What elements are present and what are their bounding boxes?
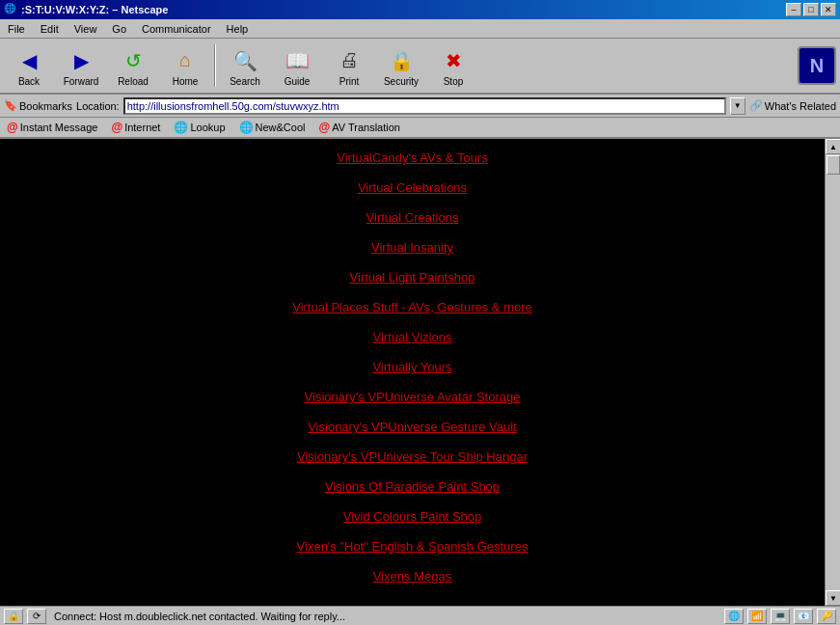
list-item[interactable]: Virtual Places Stuff - AVs, Gestures & m… (0, 292, 825, 322)
whats-related-label: What's Related (765, 100, 836, 112)
list-item[interactable]: Virtual Insanity (0, 232, 825, 262)
list-item[interactable]: VirtualCandy's AVs & Tours (0, 143, 825, 173)
print-icon: 🖨 (334, 45, 365, 76)
status-icon-1[interactable]: 🌐 (724, 609, 744, 624)
status-loading-icon: ⟳ (27, 609, 46, 624)
list-item[interactable]: Visionary's VPUniverse Tour Ship Hangar (0, 442, 825, 472)
personal-item-av-translation[interactable]: @ AV Translation (316, 120, 403, 135)
menu-help[interactable]: Help (223, 22, 253, 36)
location-dropdown-button[interactable]: ▼ (730, 97, 745, 115)
list-item[interactable]: Virtually Yours (0, 352, 825, 382)
menu-edit[interactable]: Edit (37, 22, 63, 36)
guide-button[interactable]: 📖 Guide (272, 41, 322, 91)
whats-related-icon: 🔗 (749, 99, 763, 112)
netscape-logo-icon: N (810, 55, 824, 77)
list-item[interactable]: Virtual Celebrations (0, 173, 825, 203)
status-text: Connect: Host m.doubleclick.net contacte… (50, 611, 720, 622)
personal-label-av-translation: AV Translation (332, 122, 400, 133)
whats-related-button[interactable]: 🔗 What's Related (749, 99, 836, 112)
security-icon: 🔒 (386, 45, 417, 76)
personal-item-instant-message[interactable]: @ Instant Message (4, 120, 100, 135)
home-label: Home (173, 76, 199, 87)
menu-bar: File Edit View Go Communicator Help (0, 19, 840, 39)
scrollbar: ▲ ▼ (825, 139, 840, 606)
guide-label: Guide (285, 76, 311, 87)
personal-label-lookup: Lookup (190, 122, 225, 133)
toolbar: ◀ Back ▶ Forward ↺ Reload ⌂ Home 🔍 Searc… (0, 39, 840, 95)
list-item[interactable]: Vixen's "Hot" English & Spanish Gestures (0, 531, 825, 561)
search-label: Search (230, 76, 260, 87)
status-lock-icon[interactable]: 🔒 (4, 609, 23, 624)
home-button[interactable]: ⌂ Home (160, 41, 210, 91)
search-icon: 🔍 (230, 45, 260, 76)
status-icon-3[interactable]: 💻 (771, 609, 790, 624)
reload-label: Reload (118, 76, 149, 87)
bookmarks-button[interactable]: 🔖 Bookmarks (4, 99, 72, 112)
personal-item-lookup[interactable]: 🌐 Lookup (171, 120, 228, 135)
status-icon-5[interactable]: 🔑 (817, 609, 836, 624)
list-item[interactable]: Visions Of Paradise Paint Shop (0, 472, 825, 502)
security-label: Security (384, 76, 419, 87)
security-button[interactable]: 🔒 Security (376, 41, 426, 91)
globe-icon-lookup: 🌐 (174, 121, 188, 134)
menu-file[interactable]: File (4, 22, 29, 36)
title-bar: 🌐 :S:T:U:V:W:X:Y:Z: – Netscape – □ ✕ (0, 0, 840, 19)
menu-communicator[interactable]: Communicator (138, 22, 215, 36)
search-button[interactable]: 🔍 Search (220, 41, 270, 91)
menu-go[interactable]: Go (108, 22, 130, 36)
stop-icon: ✖ (438, 45, 469, 76)
globe-icon-new-cool: 🌐 (239, 121, 254, 134)
close-button[interactable]: ✕ (821, 3, 836, 16)
title-bar-left: 🌐 :S:T:U:V:W:X:Y:Z: – Netscape (4, 3, 168, 16)
bookmarks-icon: 🔖 (4, 99, 17, 112)
bookmarks-label: Bookmarks (19, 100, 72, 112)
personal-toolbar: @ Instant Message @ Internet 🌐 Lookup 🌐 … (0, 118, 840, 139)
personal-label-new-cool: New&Cool (256, 122, 306, 133)
app-icon: 🌐 (4, 3, 17, 16)
scroll-thumb[interactable] (826, 155, 840, 175)
personal-label-instant-message: Instant Message (20, 122, 98, 133)
list-item[interactable]: Virtual Vizions (0, 322, 825, 352)
status-left: 🔒 ⟳ (4, 609, 46, 624)
toolbar-separator (214, 44, 216, 87)
list-item[interactable]: Virtual Light Paintshop (0, 262, 825, 292)
stop-button[interactable]: ✖ Stop (428, 41, 478, 91)
forward-icon: ▶ (66, 45, 96, 76)
list-item[interactable]: Vivid Colours Paint Shop (0, 502, 825, 531)
forward-button[interactable]: ▶ Forward (56, 41, 106, 91)
back-icon: ◀ (14, 45, 44, 76)
reload-button[interactable]: ↺ Reload (108, 41, 158, 91)
back-button[interactable]: ◀ Back (4, 41, 54, 91)
at-icon-instant-message: @ (7, 121, 18, 134)
scroll-up-button[interactable]: ▲ (826, 139, 840, 154)
personal-item-new-cool[interactable]: 🌐 New&Cool (236, 120, 309, 135)
netscape-logo-button[interactable]: N (798, 46, 836, 85)
status-icon-4[interactable]: 📧 (794, 609, 813, 624)
maximize-button[interactable]: □ (803, 3, 819, 16)
menu-view[interactable]: View (70, 22, 101, 36)
location-input[interactable] (123, 97, 726, 115)
location-bar: 🔖 Bookmarks Location: ▼ 🔗 What's Related (0, 95, 840, 118)
home-icon: ⌂ (170, 45, 201, 76)
list-item[interactable]: Visionary's VPUniverse Gesture Vault (0, 412, 825, 442)
list-item[interactable]: Virtual Creations (0, 203, 825, 232)
scroll-down-button[interactable]: ▼ (826, 590, 840, 606)
at-icon-internet: @ (111, 121, 122, 134)
stop-label: Stop (444, 76, 464, 87)
scroll-track (826, 154, 840, 590)
forward-label: Forward (64, 76, 99, 87)
content-main[interactable]: VirtualCandy's AVs & ToursVirtual Celebr… (0, 139, 825, 606)
list-item[interactable]: Visionary's VPUniverse Avatar Storage (0, 382, 825, 412)
status-icon-2[interactable]: 📶 (747, 609, 767, 624)
list-item[interactable]: Vixens Megas (0, 561, 825, 591)
print-label: Print (339, 76, 360, 87)
minimize-button[interactable]: – (786, 3, 801, 16)
reload-icon: ↺ (118, 45, 149, 76)
at-icon-av-translation: @ (319, 121, 331, 134)
print-button[interactable]: 🖨 Print (324, 41, 374, 91)
status-bar: 🔒 ⟳ Connect: Host m.doubleclick.net cont… (0, 606, 840, 625)
personal-item-internet[interactable]: @ Internet (108, 120, 163, 135)
content-area: VirtualCandy's AVs & ToursVirtual Celebr… (0, 139, 840, 606)
back-label: Back (18, 76, 40, 87)
location-label: Location: (76, 100, 120, 112)
